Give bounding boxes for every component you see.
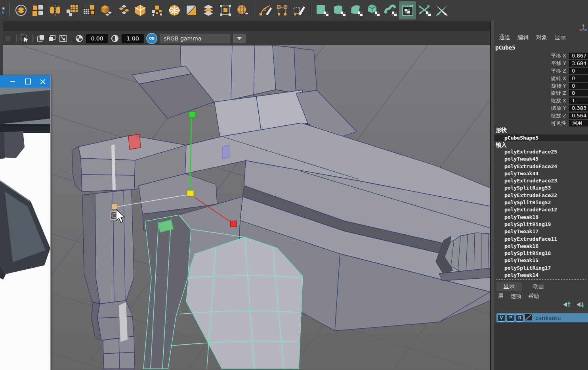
viewport-3d[interactable] [3,45,490,370]
tab-anim[interactable]: 动画 [526,282,551,291]
menu-channels[interactable]: 通道 [499,34,510,41]
menu-edit[interactable]: 编辑 [517,34,529,41]
smooth-sphere-icon[interactable] [166,1,183,19]
attr-value[interactable]: 启用 [569,120,588,127]
isolate-select-icon[interactable] [36,34,45,43]
transform-frame-icon[interactable] [217,1,234,19]
gamma-icon[interactable] [111,34,119,43]
attr-label[interactable]: 平移 X [494,52,566,59]
quadrangulate-icon[interactable] [200,1,217,19]
attr-value[interactable]: 0.383 [569,105,588,111]
input-node[interactable]: polySplitRing19 [494,221,588,228]
menu-options[interactable]: 选项 [511,293,521,300]
uv-contour-icon[interactable] [348,1,365,19]
exposure-icon[interactable] [75,34,84,43]
input-node[interactable]: polyTweak14 [494,272,588,279]
attr-label[interactable]: 可见性 [494,120,566,127]
clipped-viewport-icon[interactable] [4,34,13,43]
isolate-add-icon[interactable] [48,34,56,43]
input-node[interactable]: polySplitRing17 [494,265,588,272]
layer-list-empty-area[interactable] [494,322,588,370]
uv-shell-icon[interactable] [331,1,348,19]
attr-value[interactable]: 0.564 [569,113,588,119]
object-name[interactable]: pCube5 [495,44,515,51]
attr-label[interactable]: 缩放 X [494,97,566,104]
mirror-cut-icon[interactable] [46,1,63,19]
layer-visible-toggle[interactable]: V [498,314,505,322]
menu-help[interactable]: 帮助 [529,293,539,300]
attr-value[interactable]: 3.684 [569,60,588,67]
input-node[interactable]: polyExtrudeFace22 [494,192,588,199]
input-node[interactable]: polySplitRing52 [494,199,588,206]
attr-value[interactable]: 0.867 [569,53,588,59]
x-axis-handle[interactable] [230,221,237,227]
menu-object[interactable]: 对象 [536,34,547,41]
color-management-toggle[interactable]: ON [146,33,157,44]
layer-playback-toggle[interactable]: P [507,314,514,322]
close-button[interactable] [35,75,50,88]
attr-value[interactable]: 0 [569,68,588,74]
center-handle[interactable] [187,190,194,196]
reference-window-titlebar[interactable] [0,75,50,88]
poke-verts-icon[interactable] [149,1,166,19]
uv-cube-map-icon[interactable] [365,1,382,19]
uv-tube-icon[interactable] [382,1,399,19]
attr-value[interactable]: 0 [569,90,588,96]
tab-display[interactable]: 显示 [496,282,522,291]
uv-planar-icon[interactable] [314,1,331,19]
input-node[interactable]: polyExtrudeFace25 [494,148,588,155]
y-axis-handle[interactable] [189,111,196,118]
attr-value[interactable]: 0 [569,75,588,82]
uv-knife-icon[interactable] [433,1,450,19]
layer-row-cankaotu[interactable]: V P R cankaotu [496,313,588,322]
input-node[interactable]: polyExtrudeFace11 [494,236,588,243]
frame-selected-icon[interactable] [59,34,67,43]
attr-value[interactable]: 1 [569,98,588,104]
uv-cut-sew-icon[interactable] [416,1,433,19]
attr-label[interactable]: 缩放 Z [494,112,566,119]
select-tool-icon[interactable] [20,34,29,43]
input-node[interactable]: polyTweak15 [494,257,588,264]
pencil-sketch-icon[interactable] [291,1,308,19]
move-layer-down-icon[interactable] [576,301,585,309]
curve-pen-icon[interactable] [257,1,274,19]
maximize-button[interactable] [20,75,35,88]
input-node[interactable]: polySplitRing18 [494,250,588,257]
colorspace-dropdown-arrow[interactable] [233,34,246,43]
uv-editor-icon[interactable] [399,1,416,19]
combine-icon[interactable] [12,1,29,19]
snap-target-handle[interactable] [112,204,118,209]
attr-label[interactable]: 旋转 Y [494,82,566,90]
exposure-field[interactable]: 0.00 [86,34,108,43]
shape-name-row[interactable]: pCubeShape5 [494,134,588,141]
multi-cut-icon[interactable] [115,1,132,19]
input-node[interactable]: polyTweak45 [494,155,588,163]
panel-resize-separator[interactable] [496,279,586,280]
attr-label[interactable]: 平移 Y [494,60,566,67]
menu-layers[interactable]: 层 [498,293,504,300]
boolean-cube-icon[interactable] [132,1,149,19]
reference-image-window[interactable] [0,75,51,370]
layer-render-toggle[interactable]: R [516,314,523,322]
menu-show[interactable]: 显示 [555,34,566,41]
layer-name[interactable]: cankaotu [535,315,561,321]
edit-cv-handles-icon[interactable] [274,1,291,19]
attr-label[interactable]: 旋转 X [494,75,566,82]
colorspace-dropdown[interactable]: sRGB gamma [160,34,230,43]
input-node[interactable]: polyTweak18 [494,214,588,221]
attr-value[interactable]: 0 [569,83,588,89]
input-node[interactable]: polyTweak44 [494,170,588,177]
separate-icon[interactable] [29,1,46,19]
gamma-field[interactable]: 1.00 [122,34,144,43]
triangulate-icon[interactable] [183,1,200,19]
attr-label[interactable]: 平移 Z [494,67,566,75]
input-node[interactable]: polyExtrudeFace23 [494,177,588,184]
sculpt-grid-icon[interactable] [234,1,251,19]
input-node[interactable]: polyTweak16 [494,243,588,250]
minimize-button[interactable] [5,75,20,88]
extract-faces-icon[interactable] [97,1,115,19]
grid-detach-icon[interactable] [63,1,80,19]
attr-label[interactable]: 旋转 Z [494,90,566,97]
attr-label[interactable]: 缩放 Y [494,105,566,112]
grid-attach-icon[interactable] [80,1,97,19]
